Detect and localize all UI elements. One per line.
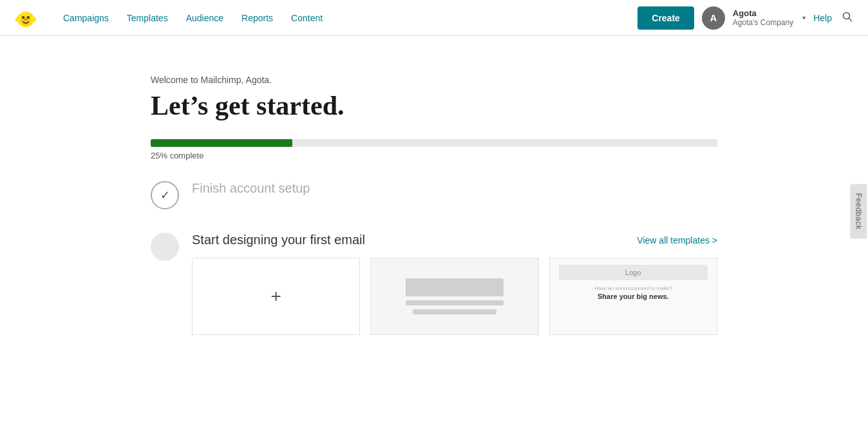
view-all-templates-link[interactable]: View all templates >	[637, 235, 717, 245]
steps-list: ✓ Finish account setup Start designing y…	[151, 181, 717, 335]
step-content-email: Start designing your first email View al…	[192, 233, 717, 335]
plus-icon: +	[270, 286, 281, 307]
feedback-tab[interactable]: Feedback	[851, 184, 867, 238]
search-button[interactable]	[840, 9, 855, 27]
nav-links: Campaigns Templates Audience Reports Con…	[54, 0, 637, 36]
progress-bar-background	[151, 139, 717, 147]
svg-point-5	[15, 17, 19, 22]
template-cards: + Logo Have an annou	[192, 258, 717, 335]
step-header-email: Start designing your first email View al…	[192, 233, 717, 247]
svg-point-2	[22, 16, 24, 19]
create-button[interactable]: Create	[637, 6, 694, 30]
step-account-setup: ✓ Finish account setup	[151, 181, 717, 209]
nav-campaigns[interactable]: Campaigns	[54, 0, 118, 36]
user-dropdown-icon[interactable]: ▾	[802, 14, 806, 21]
user-company: Agota's Company	[733, 18, 793, 27]
progress-container: 25% complete	[151, 139, 717, 160]
svg-point-4	[24, 18, 28, 21]
template-card-layout[interactable]	[370, 258, 538, 335]
layout-line2	[413, 309, 496, 314]
navbar: Campaigns Templates Audience Reports Con…	[0, 0, 868, 36]
step-title-account: Finish account setup	[192, 181, 310, 195]
template-card-announce[interactable]: Logo Have an announcement to make? Share…	[549, 258, 717, 335]
user-info[interactable]: Agota Agota's Company	[733, 8, 793, 27]
welcome-title: Let’s get started.	[151, 90, 717, 121]
welcome-subtitle: Welcome to Mailchimp, Agota.	[151, 75, 717, 85]
user-name: Agota	[733, 8, 793, 18]
step-title-email: Start designing your first email	[192, 233, 365, 247]
progress-label: 25% complete	[151, 151, 717, 160]
main-content: Welcome to Mailchimp, Agota. Let’s get s…	[48, 36, 820, 397]
step-first-email: Start designing your first email View al…	[151, 233, 717, 335]
nav-reports[interactable]: Reports	[232, 0, 282, 36]
layout-line1	[406, 300, 504, 305]
announce-logo: Logo	[559, 265, 708, 280]
announce-big-text: Share your big news.	[559, 293, 708, 300]
avatar[interactable]: A	[702, 6, 725, 30]
help-link[interactable]: Help	[813, 13, 832, 23]
step-circle-email	[151, 233, 179, 261]
nav-audience[interactable]: Audience	[177, 0, 232, 36]
template-card-blank[interactable]: +	[192, 258, 360, 335]
svg-line-8	[849, 18, 852, 21]
layout-preview	[371, 258, 538, 334]
nav-right: Create A Agota Agota's Company ▾ Help	[637, 6, 855, 30]
step-circle-account: ✓	[151, 181, 179, 209]
svg-point-3	[27, 16, 30, 19]
step-content-account: Finish account setup	[192, 181, 717, 196]
svg-point-6	[32, 17, 36, 22]
announce-sub-text: Have an announcement to make?	[559, 285, 708, 291]
layout-image-rect	[406, 278, 504, 296]
announce-preview: Logo Have an announcement to make? Share…	[550, 258, 717, 334]
mailchimp-logo[interactable]	[13, 5, 39, 31]
progress-bar-fill	[151, 139, 292, 147]
nav-content[interactable]: Content	[282, 0, 332, 36]
checkmark-icon: ✓	[160, 188, 170, 202]
nav-templates[interactable]: Templates	[118, 0, 177, 36]
